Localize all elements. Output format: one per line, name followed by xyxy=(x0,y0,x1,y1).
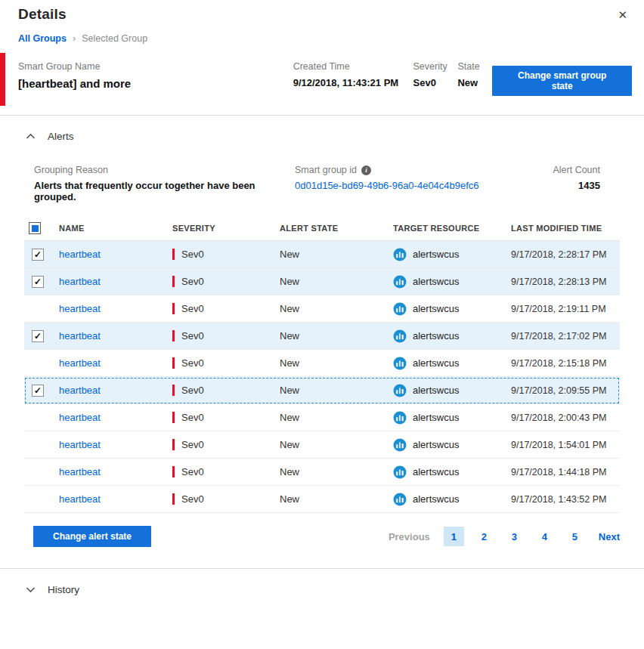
row-last-modified-value: 9/17/2018, 2:09:55 PM xyxy=(506,385,620,396)
row-last-modified-value: 9/17/2018, 2:28:17 PM xyxy=(506,249,620,260)
target-resource-icon xyxy=(393,465,407,479)
table-footer: Change alert state Previous 12345 Next xyxy=(33,526,620,547)
alert-name-link[interactable]: heartbeat xyxy=(59,249,101,260)
row-severity-value: Sev0 xyxy=(181,493,204,505)
row-alert-state-value: New xyxy=(275,493,389,505)
info-icon[interactable]: i xyxy=(361,165,371,175)
row-severity-value: Sev0 xyxy=(181,357,204,369)
alert-name-link[interactable]: heartbeat xyxy=(59,466,101,477)
row-alert-state-value: New xyxy=(275,276,389,287)
table-row[interactable]: ✓heartbeatSev0Newalertswcus9/17/2018, 2:… xyxy=(24,323,620,350)
alert-name-link[interactable]: heartbeat xyxy=(59,385,101,396)
row-checkbox[interactable]: ✓ xyxy=(32,385,44,397)
row-target-resource-value: alertswcus xyxy=(413,276,459,287)
target-resource-icon xyxy=(393,248,407,261)
change-smart-group-state-button[interactable]: Change smart group state xyxy=(492,66,632,96)
row-alert-state-value: New xyxy=(275,357,389,369)
severity-bar-icon xyxy=(172,303,175,314)
alert-name-link[interactable]: heartbeat xyxy=(59,357,101,369)
row-last-modified-value: 9/17/2018, 1:43:52 PM xyxy=(506,494,620,505)
smart-group-name-field: Smart Group Name [heartbeat] and more xyxy=(18,61,293,90)
page-title: Details xyxy=(18,6,67,23)
row-alert-state-value: New xyxy=(275,249,389,260)
row-alert-state-value: New xyxy=(275,385,389,396)
row-severity-value: Sev0 xyxy=(181,412,204,423)
smart-group-id-field: Smart group id i 0d01d15e-bd69-49b6-96a0… xyxy=(295,165,479,191)
row-target-resource-value: alertswcus xyxy=(413,330,459,341)
breadcrumb-all-groups[interactable]: All Groups xyxy=(18,33,67,44)
table-row[interactable]: ✓heartbeatSev0Newalertswcus9/17/2018, 2:… xyxy=(24,241,620,268)
table-row[interactable]: ✓heartbeatSev0Newalertswcus9/17/2018, 2:… xyxy=(24,268,620,295)
column-header-severity[interactable]: SEVERITY xyxy=(168,224,275,233)
created-time-value: 9/12/2018, 11:43:21 PM xyxy=(293,77,413,88)
row-alert-state-value: New xyxy=(275,466,389,477)
state-value: New xyxy=(457,77,492,88)
column-header-target-resource[interactable]: TARGET RESOURCE xyxy=(389,224,506,233)
alerts-section-header[interactable]: Alerts xyxy=(0,116,644,142)
table-row[interactable]: ✓heartbeatSev0Newalertswcus9/17/2018, 2:… xyxy=(24,377,620,404)
alert-name-link[interactable]: heartbeat xyxy=(59,276,101,287)
panel-top: Details ✕ xyxy=(0,0,644,23)
alerts-info-row: Grouping Reason Alerts that frequently o… xyxy=(0,142,644,202)
column-header-name[interactable]: NAME xyxy=(54,224,168,233)
pagination-page-1[interactable]: 1 xyxy=(444,527,464,546)
select-all-checkbox[interactable] xyxy=(29,222,41,234)
row-severity-value: Sev0 xyxy=(181,249,204,260)
row-last-modified-value: 9/17/2018, 1:44:18 PM xyxy=(506,467,620,477)
alert-name-link[interactable]: heartbeat xyxy=(59,493,101,505)
pagination-page-4[interactable]: 4 xyxy=(534,527,555,546)
history-section-header[interactable]: History xyxy=(0,569,644,595)
severity-bar-icon xyxy=(172,466,175,477)
row-severity-value: Sev0 xyxy=(181,439,204,450)
row-checkbox[interactable]: ✓ xyxy=(32,330,44,342)
row-severity-value: Sev0 xyxy=(181,303,204,314)
row-alert-state-value: New xyxy=(275,412,389,423)
row-target-resource-value: alertswcus xyxy=(413,493,459,505)
chevron-up-icon[interactable] xyxy=(26,133,36,140)
close-icon[interactable]: ✕ xyxy=(613,6,632,23)
pagination-previous[interactable]: Previous xyxy=(389,531,430,542)
alert-count-field: Alert Count 1435 xyxy=(553,165,600,191)
row-last-modified-value: 9/17/2018, 1:54:01 PM xyxy=(506,440,620,450)
chevron-down-icon[interactable] xyxy=(26,586,36,593)
table-row[interactable]: heartbeatSev0Newalertswcus9/17/2018, 2:0… xyxy=(24,404,620,431)
alert-name-link[interactable]: heartbeat xyxy=(59,303,101,314)
table-row[interactable]: heartbeatSev0Newalertswcus9/17/2018, 2:1… xyxy=(24,295,620,323)
table-row[interactable]: heartbeatSev0Newalertswcus9/17/2018, 2:1… xyxy=(24,350,620,377)
column-header-alert-state[interactable]: ALERT STATE xyxy=(275,224,389,233)
row-checkbox[interactable]: ✓ xyxy=(32,249,44,261)
severity-bar-icon xyxy=(172,357,175,369)
breadcrumb-selected-group: Selected Group xyxy=(82,33,147,44)
table-row[interactable]: heartbeatSev0Newalertswcus9/17/2018, 1:4… xyxy=(24,459,620,486)
pagination-page-3[interactable]: 3 xyxy=(504,527,525,546)
severity-bar-icon xyxy=(172,493,175,505)
target-resource-icon xyxy=(393,438,407,452)
row-target-resource-value: alertswcus xyxy=(413,385,459,396)
severity-label: Severity xyxy=(413,61,458,72)
alert-name-link[interactable]: heartbeat xyxy=(59,439,101,450)
column-header-last-modified[interactable]: LAST MODIFIED TIME xyxy=(506,224,620,233)
row-target-resource-value: alertswcus xyxy=(413,439,459,450)
severity-bar-icon xyxy=(172,385,175,396)
pagination-page-5[interactable]: 5 xyxy=(565,527,585,546)
checkmark-icon: ✓ xyxy=(34,332,42,341)
row-checkbox[interactable]: ✓ xyxy=(32,276,44,288)
table-row[interactable]: heartbeatSev0Newalertswcus9/17/2018, 1:4… xyxy=(24,486,620,513)
alert-name-link[interactable]: heartbeat xyxy=(59,412,101,423)
alert-name-link[interactable]: heartbeat xyxy=(59,330,101,341)
grouping-reason-label: Grouping Reason xyxy=(34,165,295,175)
alert-count-value: 1435 xyxy=(553,180,600,191)
pagination-page-2[interactable]: 2 xyxy=(474,527,494,546)
table-row[interactable]: heartbeatSev0Newalertswcus9/17/2018, 1:5… xyxy=(24,431,620,459)
alerts-table-header: NAME SEVERITY ALERT STATE TARGET RESOURC… xyxy=(24,216,620,241)
pagination-next[interactable]: Next xyxy=(599,531,620,542)
breadcrumb-separator-icon: › xyxy=(73,32,76,44)
created-time-label: Created Time xyxy=(293,61,413,72)
state-label: State xyxy=(457,61,492,72)
target-resource-icon xyxy=(393,275,407,289)
row-target-resource-value: alertswcus xyxy=(413,466,459,477)
change-alert-state-button[interactable]: Change alert state xyxy=(33,526,151,547)
row-target-resource-value: alertswcus xyxy=(413,357,459,369)
smart-group-name-label: Smart Group Name xyxy=(18,61,293,72)
smart-group-id-value[interactable]: 0d01d15e-bd69-49b6-96a0-4e04c4b9efc6 xyxy=(295,180,479,191)
